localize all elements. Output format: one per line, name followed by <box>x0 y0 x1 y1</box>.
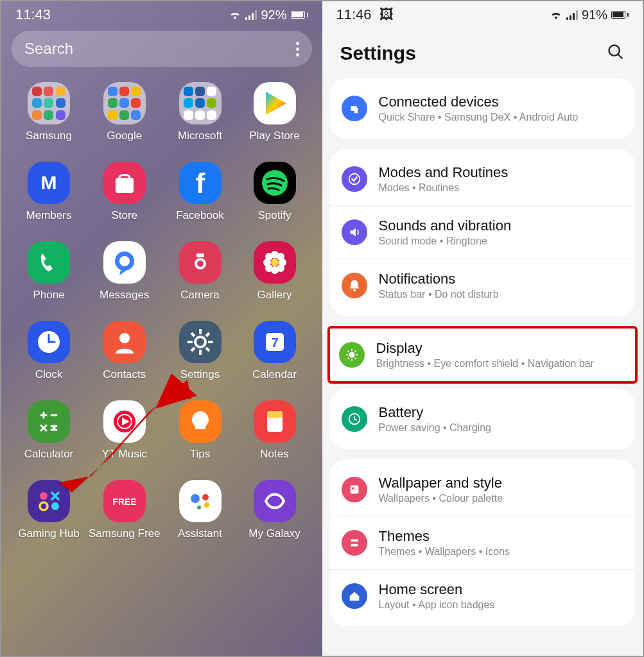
app-assistant[interactable]: Assistant <box>166 480 235 540</box>
app-play-store[interactable]: Play Store <box>240 82 309 142</box>
app-label: Samsung Free <box>89 527 161 540</box>
app-samsung-free[interactable]: FREESamsung Free <box>89 480 161 540</box>
settings-row-notifications[interactable]: NotificationsStatus bar • Do not disturb <box>330 259 636 312</box>
row-title: Modes and Routines <box>379 164 509 181</box>
app-gallery[interactable]: Gallery <box>240 241 309 302</box>
app-yt-music[interactable]: YT Music <box>89 400 161 461</box>
app-label: Assistant <box>178 527 222 540</box>
app-label: Notes <box>260 448 288 461</box>
settings-panel: 11:46 🖼 91% Settings Connected devicesQu… <box>322 1 643 656</box>
svg-point-49 <box>40 502 48 510</box>
svg-point-52 <box>191 494 200 503</box>
app-icon <box>28 400 70 443</box>
svg-text:FREE: FREE <box>112 497 136 507</box>
svg-text:7: 7 <box>271 336 278 350</box>
status-icons: 91% <box>550 8 629 22</box>
battery-icon <box>611 11 629 19</box>
svg-point-54 <box>204 502 209 508</box>
settings-row-sounds-and-vibration[interactable]: Sounds and vibrationSound mode • Rington… <box>330 206 636 259</box>
svg-rect-10 <box>196 253 204 257</box>
more-icon[interactable] <box>296 42 299 56</box>
row-title: Themes <box>379 528 510 545</box>
folder-icon <box>179 82 222 124</box>
app-store[interactable]: Store <box>89 162 161 222</box>
svg-point-63 <box>353 289 356 292</box>
devices-icon <box>342 96 367 121</box>
app-contacts[interactable]: Contacts <box>89 321 161 381</box>
settings-row-modes-and-routines[interactable]: Modes and RoutinesModes • Routines <box>330 153 636 206</box>
app-icon <box>103 321 146 363</box>
wifi-icon <box>550 8 562 22</box>
settings-group: Modes and RoutinesModes • RoutinesSounds… <box>330 149 636 316</box>
app-members[interactable]: MMembers <box>14 162 83 222</box>
app-spotify[interactable]: Spotify <box>240 162 309 222</box>
settings-row-battery[interactable]: BatteryPower saving • Charging <box>330 393 636 445</box>
settings-group: Wallpaper and styleWallpapers • Colour p… <box>330 459 636 626</box>
svg-point-6 <box>119 256 130 266</box>
search-bar[interactable]: Search <box>12 31 312 67</box>
row-text: Sounds and vibrationSound mode • Rington… <box>379 218 512 247</box>
row-title: Wallpaper and style <box>379 475 503 491</box>
app-gaming-hub[interactable]: Gaming Hub <box>14 480 83 540</box>
app-calculator[interactable]: Calculator <box>14 400 83 461</box>
app-label: Samsung <box>26 130 72 142</box>
search-placeholder: Search <box>24 40 73 58</box>
row-text: NotificationsStatus bar • Do not disturb <box>379 271 499 300</box>
app-icon: M <box>28 162 70 204</box>
app-camera[interactable]: Camera <box>166 241 235 302</box>
app-label: Phone <box>33 289 64 302</box>
app-icon: f <box>179 162 222 204</box>
app-label: Contacts <box>103 368 146 381</box>
app-icon <box>103 400 146 443</box>
status-time: 11:43 <box>15 6 51 23</box>
settings-row-themes[interactable]: ThemesThemes • Wallpapers • Icons <box>330 516 636 570</box>
app-samsung[interactable]: Samsung <box>14 82 83 142</box>
row-text: Wallpaper and styleWallpapers • Colour p… <box>379 475 503 504</box>
app-notes[interactable]: Notes <box>240 400 309 461</box>
svg-point-19 <box>271 259 279 266</box>
settings-list: Connected devicesQuick Share • Samsung D… <box>322 78 643 626</box>
app-label: Gallery <box>257 289 292 302</box>
folder-icon <box>28 82 70 124</box>
app-microsoft[interactable]: Microsoft <box>166 82 235 142</box>
app-messages[interactable]: Messages <box>89 241 161 302</box>
settings-row-display[interactable]: DisplayBrightness • Eye comfort shield •… <box>330 328 636 381</box>
app-icon: 7 <box>254 321 296 363</box>
app-tips[interactable]: Tips <box>166 400 235 461</box>
svg-line-69 <box>347 351 349 352</box>
app-facebook[interactable]: fFacebook <box>166 162 235 222</box>
app-icon <box>254 82 296 124</box>
app-clock[interactable]: Clock <box>14 321 83 381</box>
home-icon <box>342 583 367 609</box>
app-settings[interactable]: Settings <box>166 321 235 381</box>
app-grid: SamsungGoogleMicrosoftPlay StoreMMembers… <box>1 76 322 553</box>
svg-point-58 <box>609 46 620 56</box>
settings-group: Connected devicesQuick Share • Samsung D… <box>330 78 636 139</box>
svg-point-16 <box>277 253 284 260</box>
battery-icon <box>291 11 308 19</box>
app-calendar[interactable]: 7Calendar <box>240 321 309 381</box>
svg-marker-0 <box>266 92 286 115</box>
settings-row-home-screen[interactable]: Home screenLayout • App icon badges <box>330 570 636 622</box>
row-text: Home screenLayout • App icon badges <box>379 581 495 611</box>
settings-row-connected-devices[interactable]: Connected devicesQuick Share • Samsung D… <box>330 82 636 135</box>
app-my-galaxy[interactable]: My Galaxy <box>240 480 309 540</box>
svg-line-70 <box>354 358 356 359</box>
svg-rect-2 <box>116 178 134 193</box>
app-icon <box>254 241 296 284</box>
app-label: Messages <box>100 289 149 302</box>
app-label: Settings <box>180 368 220 381</box>
signal-icon <box>566 10 578 20</box>
app-label: Camera <box>180 289 219 302</box>
app-label: YT Music <box>101 448 147 461</box>
app-phone[interactable]: Phone <box>14 241 83 302</box>
svg-point-15 <box>265 253 273 260</box>
svg-point-53 <box>202 494 209 500</box>
check-badge-icon <box>342 166 367 192</box>
app-google[interactable]: Google <box>89 82 161 142</box>
settings-row-wallpaper-and-style[interactable]: Wallpaper and styleWallpapers • Colour p… <box>330 463 636 516</box>
screenshot-icon: 🖼 <box>379 6 394 22</box>
settings-header: Settings <box>322 27 643 78</box>
search-icon[interactable] <box>607 43 625 64</box>
battery-percent: 91% <box>582 8 607 22</box>
